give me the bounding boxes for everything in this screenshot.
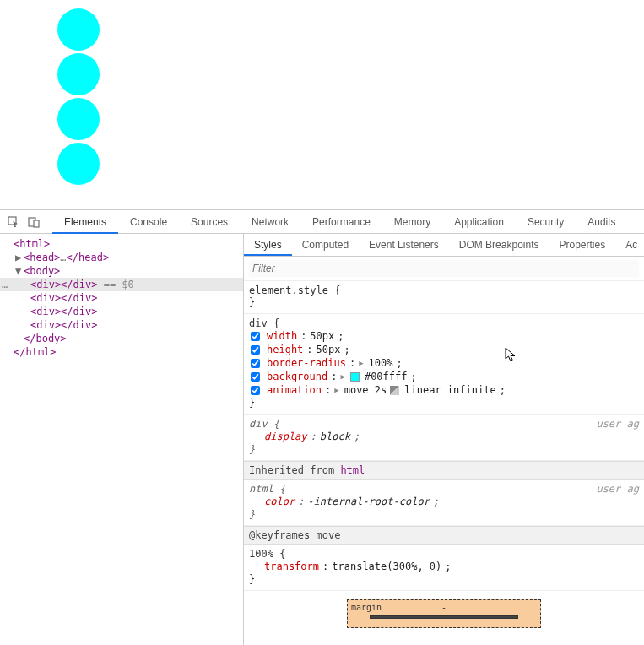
dom-node[interactable]: </html> bbox=[0, 345, 243, 359]
keyframes-header: @keyframes move bbox=[244, 526, 644, 545]
elements-dom-tree[interactable]: <html> ▶<head>…</head> ▼<body> <div></di… bbox=[0, 234, 244, 645]
styles-subtabs: Styles Computed Event Listeners DOM Brea… bbox=[244, 234, 644, 257]
rule-keyframe[interactable]: 100% { transform: translate(300%, 0); } bbox=[244, 545, 644, 591]
tab-application[interactable]: Application bbox=[442, 210, 516, 234]
box-model-margin[interactable]: margin - bbox=[347, 599, 541, 628]
decl-toggle[interactable] bbox=[251, 345, 260, 355]
box-model[interactable]: margin - bbox=[244, 591, 644, 628]
margin-label: margin bbox=[351, 603, 382, 612]
tab-security[interactable]: Security bbox=[516, 210, 576, 234]
expand-icon[interactable]: ▶ bbox=[340, 370, 344, 383]
dom-node[interactable]: <html> bbox=[0, 237, 243, 251]
styles-rules: element.style { } div { width: 50px; hei… bbox=[244, 281, 644, 628]
subtab-properties[interactable]: Properties bbox=[549, 234, 615, 256]
dom-node[interactable]: <div></div> bbox=[0, 305, 243, 318]
page-circle bbox=[57, 98, 100, 140]
decl-border-radius[interactable]: border-radius:▶100%; bbox=[249, 356, 639, 370]
device-toggle-icon[interactable] bbox=[25, 214, 42, 230]
rule-div[interactable]: div { width: 50px; height: 50px; border-… bbox=[244, 314, 644, 415]
rule-div-useragent[interactable]: user ag div { display: block; } bbox=[244, 415, 644, 461]
decl-toggle[interactable] bbox=[251, 359, 260, 368]
dom-node[interactable]: <div></div> bbox=[0, 291, 243, 305]
decl-toggle[interactable] bbox=[251, 372, 260, 382]
timing-icon[interactable] bbox=[390, 386, 399, 395]
decl-width[interactable]: width: 50px; bbox=[249, 329, 639, 343]
tab-memory[interactable]: Memory bbox=[382, 210, 442, 234]
tab-elements[interactable]: Elements bbox=[52, 210, 118, 234]
margin-top-value[interactable]: - bbox=[441, 603, 446, 612]
inherited-from-link[interactable]: html bbox=[340, 464, 365, 476]
decl-background[interactable]: background:▶#00ffff; bbox=[249, 370, 639, 383]
rule-html-useragent[interactable]: user ag html { color: -internal-root-col… bbox=[244, 480, 644, 526]
expand-icon[interactable]: ▶ bbox=[334, 383, 338, 397]
decl-transform[interactable]: transform: translate(300%, 0); bbox=[249, 560, 639, 573]
inherited-from-header: Inherited from html bbox=[244, 461, 644, 480]
decl-toggle[interactable] bbox=[251, 386, 260, 395]
page-preview bbox=[0, 0, 644, 209]
color-swatch[interactable] bbox=[350, 372, 360, 382]
subtab-styles[interactable]: Styles bbox=[244, 234, 292, 256]
dom-node[interactable]: </body> bbox=[0, 332, 243, 345]
subtab-accessibility[interactable]: Ac bbox=[615, 234, 644, 256]
svg-rect-2 bbox=[34, 220, 39, 227]
decl-color: color: -internal-root-color; bbox=[249, 495, 639, 508]
dom-node[interactable]: <div></div> bbox=[0, 318, 243, 332]
dom-node[interactable]: ▼<body> bbox=[0, 264, 243, 278]
dom-node-selected[interactable]: <div></div> == $0 bbox=[0, 278, 243, 291]
page-circle bbox=[57, 143, 100, 185]
subtab-event-listeners[interactable]: Event Listeners bbox=[359, 234, 449, 256]
box-model-border[interactable] bbox=[370, 615, 518, 619]
tab-performance[interactable]: Performance bbox=[300, 210, 382, 234]
expand-icon[interactable]: ▶ bbox=[359, 356, 363, 370]
tab-network[interactable]: Network bbox=[240, 210, 300, 234]
styles-filter-row bbox=[244, 257, 644, 281]
useragent-label: user ag bbox=[596, 418, 639, 430]
tab-audits[interactable]: Audits bbox=[576, 210, 627, 234]
tab-sources[interactable]: Sources bbox=[179, 210, 240, 234]
rule-element-style[interactable]: element.style { } bbox=[244, 281, 644, 314]
decl-toggle[interactable] bbox=[251, 332, 260, 341]
page-circle bbox=[57, 8, 100, 51]
subtab-computed[interactable]: Computed bbox=[292, 234, 359, 256]
styles-filter-input[interactable] bbox=[249, 260, 639, 277]
devtools-main-tabs: Elements Console Sources Network Perform… bbox=[0, 210, 644, 234]
page-circle bbox=[57, 53, 100, 95]
decl-height[interactable]: height: 50px; bbox=[249, 343, 639, 356]
subtab-dom-breakpoints[interactable]: DOM Breakpoints bbox=[449, 234, 549, 256]
styles-pane: Styles Computed Event Listeners DOM Brea… bbox=[244, 234, 644, 645]
decl-display: display: block; bbox=[249, 430, 639, 443]
inspect-icon[interactable] bbox=[5, 214, 22, 230]
useragent-label: user ag bbox=[596, 483, 639, 495]
devtools-panel: Elements Console Sources Network Perform… bbox=[0, 209, 644, 645]
dom-node[interactable]: ▶<head>…</head> bbox=[0, 251, 243, 264]
decl-animation[interactable]: animation:▶move 2s linear infinite; bbox=[249, 383, 639, 397]
tab-console[interactable]: Console bbox=[118, 210, 179, 234]
